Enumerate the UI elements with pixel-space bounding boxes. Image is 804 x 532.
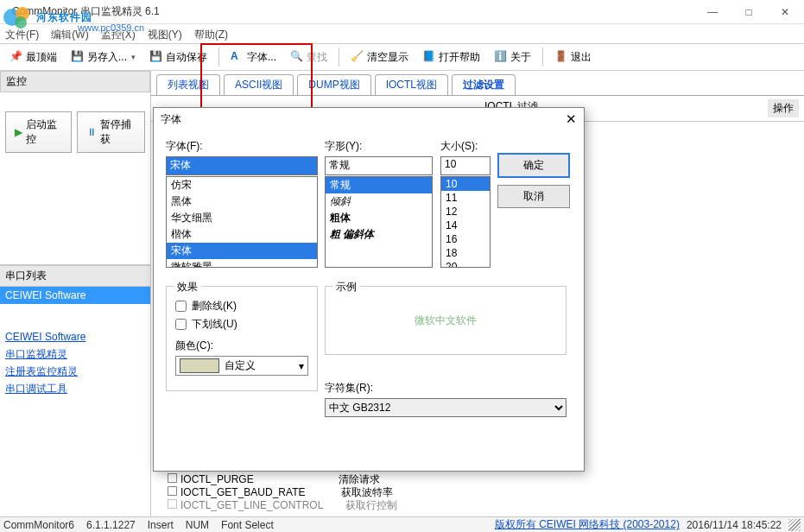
pause-icon: ⏸ [86, 126, 97, 138]
tab-filter-settings[interactable]: 过滤设置 [452, 74, 516, 95]
saveas-button[interactable]: 💾另存入...▾ [65, 47, 142, 68]
menu-help[interactable]: 帮助(Z) [194, 28, 228, 42]
help-icon: 📘 [422, 50, 436, 64]
ports-header: 串口列表 [0, 265, 150, 287]
font-listbox[interactable]: 仿宋 黑体 华文细黑 楷体 宋体 微软雅黑 新宋体 [166, 176, 318, 268]
sample-group-label: 示例 [332, 280, 360, 294]
list-item[interactable]: 倾斜 [326, 193, 432, 210]
find-button[interactable]: 🔍查找 [284, 47, 333, 68]
dialog-title: 字体 [161, 112, 181, 127]
menu-view[interactable]: 视图(Y) [148, 28, 182, 42]
font-field-label: 字体(F): [166, 139, 318, 154]
list-item[interactable]: 粗体 [326, 210, 432, 226]
maximize-button[interactable]: □ [737, 6, 761, 18]
list-item[interactable]: 宋体 [167, 243, 317, 259]
color-swatch [180, 358, 219, 373]
autosave-icon: 💾 [149, 50, 163, 64]
chevron-down-icon: ▾ [299, 360, 304, 372]
tab-ioctl-view[interactable]: IOCTL视图 [375, 74, 448, 95]
ioctl-row[interactable]: IOCTL_PURGE清除请求 [168, 473, 397, 486]
color-label: 颜色(C): [175, 339, 308, 353]
watermark-logo: 河东软件园 www.pc0359.cn [0, 0, 147, 39]
status-num: NUM [186, 519, 209, 531]
status-version: 6.1.1.1227 [86, 519, 136, 531]
link-ceiwei-software[interactable]: CEIWEI Software [5, 328, 145, 345]
font-input[interactable]: 宋体 [166, 156, 318, 175]
link-serial-monitor[interactable]: 串口监视精灵 [5, 345, 145, 363]
style-listbox[interactable]: 常规 倾斜 粗体 粗 偏斜体 [325, 176, 433, 268]
list-item[interactable]: 11 [441, 191, 490, 205]
color-dropdown[interactable]: 自定义 ▾ [175, 356, 308, 376]
toolbar: 📌最顶端 💾另存入...▾ 💾自动保存 A字体... 🔍查找 🧹清空显示 📘打开… [0, 43, 804, 71]
start-monitor-button[interactable]: ▶启动监控 [5, 111, 72, 153]
autosave-button[interactable]: 💾自动保存 [143, 47, 213, 68]
style-field-label: 字形(Y): [325, 139, 433, 154]
list-item[interactable]: 12 [441, 205, 490, 218]
tab-list-view[interactable]: 列表视图 [156, 74, 220, 95]
list-item[interactable]: 14 [441, 218, 490, 232]
statusbar: CommMonitor6 6.1.1.1227 Insert NUM Font … [0, 516, 804, 532]
minimize-button[interactable]: — [700, 6, 725, 18]
size-field-label: 大小(S): [440, 139, 491, 154]
status-app: CommMonitor6 [3, 519, 74, 531]
ioctl-row[interactable]: IOCTL_GET_LINE_CONTROL获取行控制 [168, 499, 397, 512]
underline-checkbox[interactable]: 下划线(U) [175, 317, 308, 332]
list-item[interactable]: 10 [441, 177, 490, 191]
clear-button[interactable]: 🧹清空显示 [345, 47, 415, 68]
sample-text: 微软中文软件 [415, 314, 477, 328]
exit-icon: 🚪 [554, 50, 568, 64]
clear-icon: 🧹 [351, 50, 364, 64]
svg-point-2 [15, 16, 27, 28]
about-button[interactable]: ℹ️关于 [488, 47, 537, 68]
about-icon: ℹ️ [494, 50, 508, 64]
effects-group-label: 效果 [174, 280, 201, 294]
font-icon: A [231, 50, 244, 64]
view-tabs: 列表视图 ASCII视图 DUMP视图 IOCTL视图 过滤设置 [151, 71, 804, 96]
charset-label: 字符集(R): [325, 381, 567, 396]
monitor-header: 监控 [0, 71, 150, 92]
status-mode: Font Select [221, 519, 274, 531]
list-item[interactable]: 常规 [326, 177, 432, 193]
search-icon: 🔍 [290, 50, 304, 64]
strikethrough-checkbox[interactable]: 删除线(K) [175, 299, 308, 314]
save-icon: 💾 [71, 50, 85, 64]
dialog-close-button[interactable]: ✕ [566, 111, 577, 127]
list-item[interactable]: 仿宋 [167, 177, 317, 193]
font-dialog: 字体 ✕ 字体(F): 宋体 仿宋 黑体 华文细黑 楷体 宋体 微软雅黑 新宋体… [153, 107, 585, 472]
ioctl-row[interactable]: IOCTL_GET_BAUD_RATE获取波特率 [168, 486, 397, 499]
subheader-right[interactable]: 操作 [768, 99, 799, 117]
list-item[interactable]: 16 [441, 232, 490, 246]
pin-icon: 📌 [9, 50, 23, 64]
resize-grip-icon[interactable] [788, 519, 801, 531]
status-insert: Insert [148, 519, 174, 531]
list-item[interactable]: 20 [441, 260, 490, 268]
list-item[interactable]: 华文细黑 [167, 210, 317, 226]
link-registry-monitor[interactable]: 注册表监控精灵 [5, 363, 145, 380]
size-listbox[interactable]: 10 11 12 14 16 18 20 [440, 176, 491, 268]
font-button[interactable]: A字体... [225, 47, 282, 68]
help-button[interactable]: 📘打开帮助 [416, 47, 486, 68]
list-item[interactable]: 18 [441, 246, 490, 260]
ioctl-list: IOCTL_PURGE清除请求 IOCTL_GET_BAUD_RATE获取波特率… [168, 473, 397, 512]
size-input[interactable]: 10 [440, 156, 491, 175]
topmost-button[interactable]: 📌最顶端 [3, 47, 63, 68]
status-time: 2016/11/14 18:45:22 [687, 519, 782, 531]
pause-capture-button[interactable]: ⏸暂停捕获 [77, 111, 145, 153]
list-item[interactable]: 楷体 [167, 226, 317, 243]
close-button[interactable]: ✕ [773, 6, 797, 18]
tab-ascii-view[interactable]: ASCII视图 [224, 74, 294, 95]
port-selected[interactable]: CEIWEI Software [0, 287, 150, 304]
play-icon: ▶ [15, 126, 22, 138]
charset-select[interactable]: 中文 GB2312 [325, 398, 567, 417]
list-item[interactable]: 微软雅黑 [167, 259, 317, 268]
ok-button[interactable]: 确定 [497, 153, 570, 178]
cancel-button[interactable]: 取消 [497, 185, 570, 208]
status-copyright-link[interactable]: 版权所有 CEIWEI 网络科技 (2003-2012) [495, 517, 680, 532]
link-serial-debug[interactable]: 串口调试工具 [5, 380, 145, 397]
tab-dump-view[interactable]: DUMP视图 [297, 74, 370, 95]
style-input[interactable]: 常规 [325, 156, 433, 175]
list-item[interactable]: 粗 偏斜体 [326, 226, 432, 243]
exit-button[interactable]: 🚪退出 [548, 47, 598, 68]
list-item[interactable]: 黑体 [167, 193, 317, 210]
